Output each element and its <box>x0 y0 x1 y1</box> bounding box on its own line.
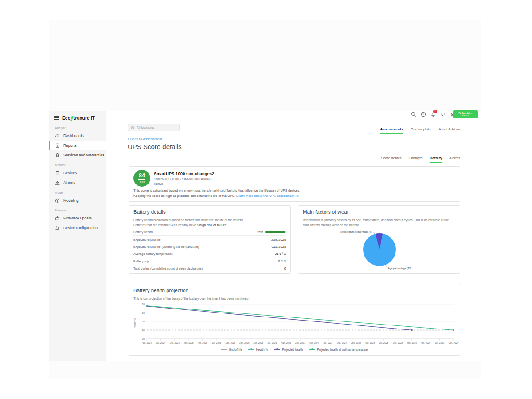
score-description-line1: This score is calculated based on anonym… <box>133 188 300 192</box>
schneider-logo-line2: Electric <box>462 115 469 117</box>
svg-text:Apr, 2027: Apr, 2027 <box>309 341 319 344</box>
svg-text:Jan, 2026: Jan, 2026 <box>239 341 250 344</box>
svg-text:100: 100 <box>141 303 145 305</box>
legend-glyph <box>309 349 315 350</box>
detail-subtabs: Score details Changes Battery Alarms <box>372 156 460 163</box>
svg-text:40: 40 <box>142 329 145 332</box>
tab-asset-advisor[interactable]: Asset Advisor <box>439 127 460 134</box>
subtab-alarms[interactable]: Alarms <box>449 156 460 163</box>
sidebar-nav: AnalyzeDashboardsReportsServices and War… <box>49 123 106 233</box>
notifications-bell-icon[interactable]: 1 <box>430 112 436 117</box>
sidebar-item-modeling[interactable]: Modeling <box>49 196 106 205</box>
projection-card-title: Battery health projection <box>133 288 188 293</box>
sidebar-item-label: Reports <box>63 143 77 148</box>
svg-text:Apr, 2026: Apr, 2026 <box>254 341 263 344</box>
svg-text:Oct, 2029: Oct, 2029 <box>449 341 459 344</box>
battery-detail-label: Total cycles (cumulative count of seen d… <box>133 267 203 270</box>
main-factors-of-wear-card: Main factors of wear Battery wear is pri… <box>298 205 460 274</box>
location-filter[interactable]: All locations <box>128 124 180 131</box>
back-to-assessment-link[interactable]: ‹ Back to Assessment <box>128 137 162 141</box>
svg-text:Jul, 2026: Jul, 2026 <box>268 341 277 344</box>
score-value: 84 <box>139 173 145 179</box>
battery-details-rows: Battery health95%Expected end of lifeJan… <box>133 229 286 272</box>
legend-item-projected-health: Projected health <box>274 348 303 351</box>
legend-glyph <box>274 349 280 350</box>
modeling-icon <box>55 198 60 203</box>
legend-label: Projected health <box>282 348 303 351</box>
schneider-electric-logo[interactable]: Schneider Electric <box>453 110 478 118</box>
tab-sensor-plots[interactable]: Sensor plots <box>411 127 430 134</box>
svg-text:Apr, 2028: Apr, 2028 <box>365 341 375 344</box>
chevron-left-icon: ‹ <box>128 137 129 141</box>
sidebar-item-dashboards[interactable]: Dashboards <box>49 131 106 141</box>
sidebar-item-reports[interactable]: Reports <box>49 141 106 150</box>
firmware-update-icon <box>55 216 60 221</box>
sidebar-item-devices[interactable]: Devices <box>49 168 106 178</box>
svg-text:Jul, 2025: Jul, 2025 <box>212 341 221 344</box>
sidebar-item-device-configuration[interactable]: Device configuration <box>49 223 106 233</box>
svg-text:80: 80 <box>142 312 145 314</box>
svg-text:Oct, 2025: Oct, 2025 <box>225 341 235 344</box>
score-description-line2: Keeping the score as high as possible ca… <box>133 194 299 198</box>
device-name: SmartUPS 1000 sim-changes2 <box>154 171 214 176</box>
battery-detail-row-total-cycles-cumulative-count-of-seen-discharges: Total cycles (cumulative count of seen d… <box>133 265 286 272</box>
projection-chart-legend: End of lifeHealth %Projected healthProje… <box>129 348 460 351</box>
projection-line-chart: 20406080100Apr, 2024Jul, 2024Oct, 2024Ja… <box>131 301 459 347</box>
notification-badge: 1 <box>433 110 437 113</box>
sidebar-item-label: Services and Warranties <box>63 153 104 157</box>
svg-text:Health %: Health % <box>133 318 136 328</box>
svg-text:Apr, 2025: Apr, 2025 <box>198 341 207 344</box>
battery-detail-value: 0.2 Y <box>278 259 286 263</box>
tab-assessments[interactable]: Assessments <box>380 127 403 134</box>
feedback-icon[interactable] <box>440 112 446 117</box>
battery-detail-row-battery-health: Battery health95% <box>133 229 286 236</box>
search-icon[interactable] <box>411 112 416 117</box>
sidebar-item-services-and-warranties[interactable]: Services and Warranties <box>49 150 106 160</box>
battery-health-bar <box>265 231 286 233</box>
dashboards-icon <box>55 133 60 138</box>
page-title: UPS Score details <box>128 143 182 150</box>
svg-text:Oct, 2028: Oct, 2028 <box>393 341 403 344</box>
pie-label-age: Age percentage (93) <box>388 267 411 270</box>
alarms-icon <box>55 180 60 185</box>
score-max: 100 <box>139 180 145 184</box>
svg-text:Jul, 2028: Jul, 2028 <box>379 341 388 344</box>
device-configuration-icon <box>55 226 60 231</box>
battery-detail-label: Expected end of life <box>133 238 161 241</box>
main-tabs: Assessments Sensor plots Asset Advisor <box>378 127 460 134</box>
legend-label: Health % <box>256 348 268 351</box>
subtab-score-details[interactable]: Score details <box>381 156 401 163</box>
help-icon[interactable]: ? <box>420 112 426 117</box>
globe-icon <box>131 126 134 129</box>
location-filter-value: All locations <box>137 125 154 129</box>
svg-text:60: 60 <box>142 320 145 323</box>
battery-detail-label: Battery age <box>133 260 149 263</box>
wear-pie-chart: Temperature percentage (7)Age percentage… <box>298 226 460 273</box>
battery-health-projection-card: Battery health projection This is our pr… <box>129 284 460 356</box>
devices-icon <box>55 171 60 176</box>
battery-detail-label: Battery health <box>133 231 153 234</box>
svg-text:Jul, 2027: Jul, 2027 <box>323 341 332 344</box>
svg-text:Jan, 2028: Jan, 2028 <box>351 341 361 344</box>
subtab-changes[interactable]: Changes <box>409 156 423 163</box>
subtab-battery[interactable]: Battery <box>430 156 442 163</box>
sidebar-item-label: Devices <box>63 171 77 175</box>
svg-text:Oct, 2024: Oct, 2024 <box>170 341 180 344</box>
hamburger-menu-icon[interactable] <box>54 116 59 120</box>
sidebar-section-model: Model <box>49 188 106 196</box>
sidebar-header: Eco∮truxure IT <box>49 111 106 123</box>
battery-detail-value: 95% <box>257 230 263 234</box>
legend-item-health: Health % <box>248 348 268 351</box>
svg-text:Jan, 2025: Jan, 2025 <box>184 341 194 344</box>
sidebar-item-alarms[interactable]: Alarms <box>49 178 106 188</box>
svg-text:Apr, 2029: Apr, 2029 <box>421 341 430 344</box>
sidebar-section-analyze: Analyze <box>49 123 106 131</box>
sidebar-section-manage: Manage <box>49 205 106 213</box>
legend-label: Projected health at optimal temperature <box>317 348 368 351</box>
sidebar-item-label: Firmware update <box>63 216 92 220</box>
battery-detail-row-average-battery-temperature: Average battery temperature26.6 °C <box>133 250 286 258</box>
legend-item-end-of-life: End of life <box>221 348 242 351</box>
legend-glyph <box>221 349 227 350</box>
sidebar-item-firmware-update[interactable]: Firmware update <box>49 213 106 223</box>
learn-more-link[interactable]: Learn more about the UPS assessment. ⧉ <box>236 194 299 198</box>
